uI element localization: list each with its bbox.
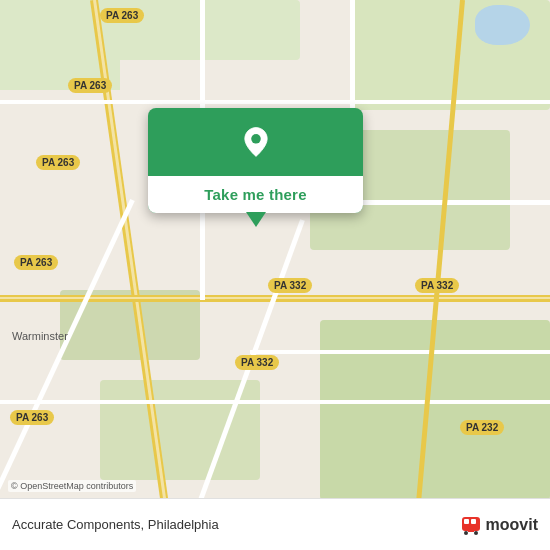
take-me-there-button[interactable]: Take me there bbox=[164, 186, 347, 203]
park-area bbox=[320, 320, 550, 500]
location-label: Accurate Components, Philadelphia bbox=[12, 517, 219, 532]
city-label-warminster: Warminster bbox=[12, 330, 68, 342]
location-pin-icon bbox=[236, 126, 276, 166]
bottom-bar: Accurate Components, Philadelphia moovit bbox=[0, 498, 550, 550]
road-label-pa263-4: PA 263 bbox=[14, 255, 58, 270]
road-label-pa263-3: PA 263 bbox=[36, 155, 80, 170]
svg-rect-2 bbox=[464, 519, 469, 524]
popup-button-area[interactable]: Take me there bbox=[148, 176, 363, 213]
svg-point-4 bbox=[464, 531, 468, 535]
road-label-pa332-1: PA 332 bbox=[268, 278, 312, 293]
road-label-pa263-2: PA 263 bbox=[68, 78, 112, 93]
road-local-1 bbox=[0, 100, 550, 104]
moovit-text: moovit bbox=[486, 516, 538, 534]
road-label-pa332-3: PA 332 bbox=[235, 355, 279, 370]
road-local-5 bbox=[250, 350, 550, 354]
svg-rect-6 bbox=[468, 530, 474, 532]
road-label-pa263-1: PA 263 bbox=[100, 8, 144, 23]
water-body bbox=[475, 5, 530, 45]
moovit-logo: moovit bbox=[460, 513, 538, 537]
road-label-pa332-2: PA 332 bbox=[415, 278, 459, 293]
map-container: PA 263 PA 263 PA 263 PA 263 PA 263 PA 33… bbox=[0, 0, 550, 550]
moovit-bus-icon bbox=[460, 513, 484, 537]
copyright-text: © OpenStreetMap contributors bbox=[8, 480, 136, 492]
road-label-pa232: PA 232 bbox=[460, 420, 504, 435]
svg-point-5 bbox=[474, 531, 478, 535]
road-local-6 bbox=[0, 400, 550, 404]
svg-point-0 bbox=[251, 134, 261, 144]
road-label-pa263-5: PA 263 bbox=[10, 410, 54, 425]
svg-rect-3 bbox=[471, 519, 476, 524]
popup-card: Take me there bbox=[148, 108, 363, 213]
popup-pin-area bbox=[148, 108, 363, 176]
